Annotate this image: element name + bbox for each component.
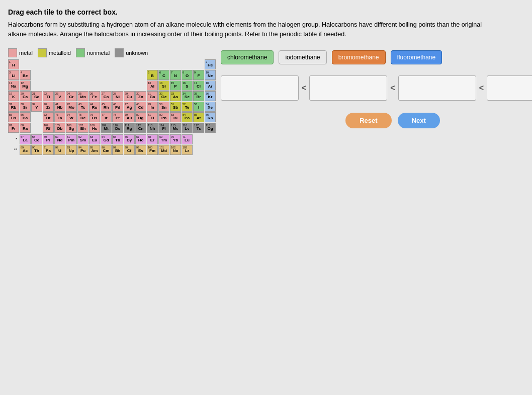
tiles-row: chloromethane iodomethane bromomethane f… [221,50,532,64]
pt-cell-empty-3-6 [66,81,77,91]
pt-cell-Br: 35Br [193,91,204,101]
tile-bromomethane[interactable]: bromomethane [332,50,386,64]
pt-cell-empty-1-5 [54,59,65,69]
pt-cell-Sn: 50Sn [158,102,169,112]
pt-cell-empty-1-15 [170,59,181,69]
separator-1: < [302,84,306,93]
pt-cell-Cu: 29Cu [124,91,135,101]
legend-nonmetal-label: nonmetal [87,50,110,56]
pt-sub-row: *57La58Ce59Pr60Nd61Pm62Sm63Eu64Gd65Tb66D… [8,134,216,144]
drop-box-4[interactable] [487,75,532,101]
pt-cell-empty-1-2 [20,59,31,69]
pt-cell-V: 23V [54,91,65,101]
drop-box-2[interactable] [309,75,387,101]
pt-cell-U: 92U [54,145,65,155]
pt-cell-S: 16S [182,81,193,91]
pt-cell-Sg: 106Sg [66,123,77,133]
pt-cell-empty-2-8 [89,70,100,80]
periodic-table-section: metal metalloid nonmetal unknown 1H2He3L… [8,45,216,155]
pt-cell-Pr: 59Pr [43,134,54,144]
drop-box-1[interactable] [221,75,299,101]
pt-cell-Ba: 56Ba [20,112,31,122]
pt-cell-Rh: 45Rh [101,102,112,112]
pt-cell-As: 33As [170,91,181,101]
pt-cell-Lv: 116Lv [182,123,193,133]
pt-cell-Sb: 51Sb [170,102,181,112]
pt-cell-Bk: 97Bk [112,145,123,155]
pt-cell-empty-3-11 [124,81,135,91]
pt-cell-Ts: 117Ts [193,123,204,133]
instruction-text: Halocarbons form by substituting a hydro… [8,20,486,39]
pt-cell-empty-1-10 [112,59,123,69]
pt-sub-label: * [8,137,17,141]
pt-cell-Pd: 46Pd [112,102,123,112]
legend-metal-box [8,48,17,57]
pt-cell-Sm: 62Sm [77,134,88,144]
pt-cell-empty-7-3 [31,123,42,133]
reset-button[interactable]: Reset [345,113,391,128]
pt-cell-Ga: 31Ga [147,91,158,101]
pt-cell-Gd: 64Gd [101,134,112,144]
pt-cell-Rn: 86Rn [205,112,216,122]
pt-cell-Ag: 47Ag [124,102,135,112]
pt-cell-Ra: 88Ra [20,123,31,133]
pt-cell-empty-3-8 [89,81,100,91]
pt-cell-Pu: 94Pu [77,145,88,155]
legend-unknown-box [115,48,124,57]
pt-cell-empty-1-8 [89,59,100,69]
pt-cell-empty-3-12 [135,81,146,91]
pt-cell-Cl: 17Cl [193,81,204,91]
pt-cell-empty-3-4 [43,81,54,91]
pt-sub-row: **89Ac90Th91Pa92U93Np94Pu95Am96Cm97Bk98C… [8,145,216,155]
pt-cell-Re: 75Re [77,112,88,122]
tile-iodomethane[interactable]: iodomethane [279,50,326,64]
pt-cell-empty-1-6 [66,59,77,69]
separator-3: < [479,84,484,93]
pt-cell-Nh: 113Nh [147,123,158,133]
pt-cell-empty-3-9 [101,81,112,91]
legend-metalloid-label: metalloid [49,50,71,56]
pt-cell-Sc: 21Sc [31,91,42,101]
pt-cell-empty-3-3 [31,81,42,91]
pt-cell-empty-1-16 [182,59,193,69]
pt-cell-F: 9F [193,70,204,80]
buttons-row: Reset Next [221,113,532,128]
pt-cell-empty-1-4 [43,59,54,69]
pt-cell-Nd: 60Nd [54,134,65,144]
pt-cell-Li: 3Li [8,70,19,80]
pt-cell-empty-2-4 [43,70,54,80]
pt-cell-empty-1-3 [31,59,42,69]
periodic-table: 1H2He3Li4Be5B6C7N8O9F10Ne11Na12Mg13Al14S… [8,59,216,155]
pt-cell-Ru: 44Ru [89,102,100,112]
pt-cell-Ca: 20Ca [20,91,31,101]
pt-cell-Eu: 63Eu [89,134,100,144]
pt-cell-Er: 68Er [147,134,158,144]
instruction-title: Drag each tile to the correct box. [8,8,524,16]
legend: metal metalloid nonmetal unknown [8,48,216,57]
next-button[interactable]: Next [398,113,440,128]
pt-cell-Bh: 107Bh [77,123,88,133]
pt-cell-Hg: 80Hg [135,112,146,122]
pt-cell-empty-2-6 [66,70,77,80]
pt-cell-Pa: 91Pa [43,145,54,155]
pt-cell-Ho: 67Ho [135,134,146,144]
pt-cell-Si: 14Si [158,81,169,91]
pt-cell-Pb: 82Pb [158,112,169,122]
pt-cell-empty-2-11 [124,70,135,80]
tile-fluoromethane[interactable]: fluoromethane [391,50,442,64]
pt-cell-At: 85At [193,112,204,122]
pt-cell-empty-1-9 [101,59,112,69]
legend-metal-label: metal [19,50,33,56]
pt-cell-Te: 52Te [182,102,193,112]
pt-cell-Ds: 110Ds [112,123,123,133]
pt-cell-Md: 101Md [158,145,169,155]
pt-cell-Sr: 38Sr [20,102,31,112]
pt-cell-Mc: 115Mc [170,123,181,133]
pt-cell-Ge: 32Ge [158,91,169,101]
pt-cell-empty-1-12 [135,59,146,69]
legend-nonmetal-box [76,48,85,57]
pt-cell-Dy: 66Dy [124,134,135,144]
tile-chloromethane[interactable]: chloromethane [221,50,274,64]
drop-box-3[interactable] [398,75,476,101]
pt-cell-Hs: 108Hs [89,123,100,133]
